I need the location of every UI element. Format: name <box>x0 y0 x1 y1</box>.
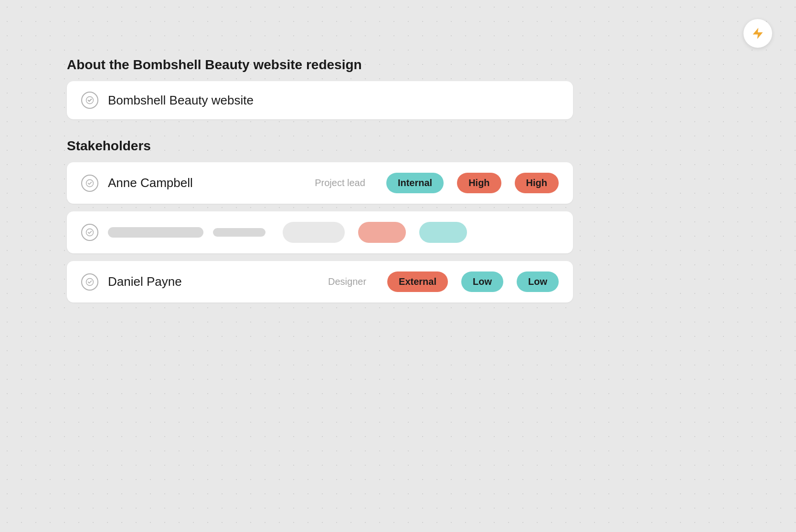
skeleton-name-bar <box>108 227 203 238</box>
skeleton-badge-orange <box>358 222 406 243</box>
anne-check-icon <box>81 175 98 192</box>
anne-badge-high-2: High <box>515 173 559 193</box>
daniel-badge-low-1: Low <box>461 271 503 292</box>
main-content: About the Bombshell Beauty website redes… <box>67 57 573 310</box>
about-section: About the Bombshell Beauty website redes… <box>67 57 573 119</box>
anne-badge-internal: Internal <box>386 173 444 193</box>
lightning-icon <box>751 27 764 40</box>
skeleton-role-bar <box>213 228 265 237</box>
project-check-icon <box>81 92 98 109</box>
about-section-title: About the Bombshell Beauty website redes… <box>67 57 573 73</box>
daniel-badge-external: External <box>387 271 448 292</box>
anne-badge-high-1: High <box>457 173 501 193</box>
daniel-role: Designer <box>328 276 366 287</box>
project-name: Bombshell Beauty website <box>108 93 559 108</box>
stakeholder-row-daniel-payne: Daniel Payne Designer External Low Low <box>67 261 573 303</box>
stakeholder-row-anne-campbell: Anne Campbell Project lead Internal High… <box>67 162 573 204</box>
anne-name: Anne Campbell <box>108 176 305 190</box>
skeleton-badge-light <box>283 222 345 243</box>
daniel-badge-low-2: Low <box>517 271 559 292</box>
skeleton-badge-teal <box>419 222 467 243</box>
daniel-check-icon <box>81 273 98 291</box>
stakeholders-section: Stakeholders Anne Campbell Project lead … <box>67 138 573 303</box>
project-card: Bombshell Beauty website <box>67 81 573 119</box>
skeleton-check-icon <box>81 224 98 241</box>
daniel-name: Daniel Payne <box>108 274 318 289</box>
lightning-button[interactable] <box>743 19 772 48</box>
anne-role: Project lead <box>315 177 365 188</box>
stakeholder-row-skeleton <box>67 211 573 253</box>
stakeholders-title: Stakeholders <box>67 138 573 154</box>
